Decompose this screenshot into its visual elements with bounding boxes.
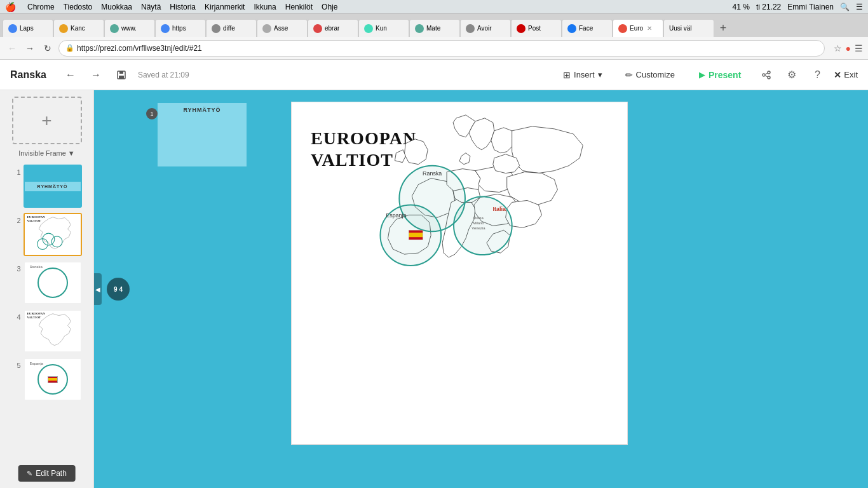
frame-type-chevron-icon: ▼	[68, 149, 75, 157]
svg-text:Espanja: Espanja	[386, 212, 406, 219]
tab-asse[interactable]: Asse	[257, 19, 308, 37]
tab-post[interactable]: Post	[511, 19, 562, 37]
menu-icon[interactable]: ☰	[855, 43, 863, 53]
tab-laps[interactable]: Laps	[3, 19, 53, 37]
insert-button[interactable]: ⊞ Insert ▾	[555, 66, 610, 84]
svg-text:Ranska: Ranska	[423, 170, 442, 177]
tab-mate[interactable]: Mate	[409, 19, 460, 37]
slide-thumbnail-4[interactable]: EUROOPANVALTIOT	[24, 309, 82, 353]
time-area: 41 % ti 21.22 Emmi Tiainen 🔍 ☰	[733, 3, 863, 11]
chrome-addressbar: ← → ↻ 🔒 https://prezi.com/vrfllwse3tnj/e…	[0, 37, 868, 60]
svg-text:Roma: Roma	[473, 216, 484, 220]
list-icon[interactable]: ☰	[856, 3, 863, 11]
svg-rect-16	[409, 230, 423, 233]
menu-kirjanmerkit[interactable]: Kirjanmerkit	[205, 3, 245, 11]
tab-label: www.	[121, 25, 137, 32]
forward-button[interactable]: →	[23, 41, 37, 55]
svg-point-3	[768, 71, 770, 74]
tab-face1[interactable]: Face	[562, 19, 613, 37]
frame-type-label: Invisible Frame ▼	[18, 149, 74, 157]
zoom-indicator: 9 4	[107, 278, 130, 301]
canvas-area[interactable]: ◀ 9 4 1 RYHMÄTYÖ EUROOPAN VALTIOT	[94, 90, 868, 488]
tab-avoir[interactable]: Avoir	[460, 19, 511, 37]
menu-historia[interactable]: Historia	[170, 3, 196, 11]
slide-thumbnail-5[interactable]: Espanja	[24, 358, 82, 401]
menu-nayta[interactable]: Näytä	[141, 3, 161, 11]
new-tab-button[interactable]: +	[714, 19, 732, 37]
menu-ohje[interactable]: Ohje	[322, 3, 337, 11]
share-button[interactable]	[757, 66, 775, 84]
tab-kanc[interactable]: Kanc	[53, 19, 104, 37]
tab-euro-active[interactable]: Euro ✕	[613, 19, 663, 37]
slide-item-2[interactable]: 2 EUROOPANVALTIOT	[12, 213, 82, 256]
tab-label: Mate	[426, 25, 440, 32]
svg-rect-1	[119, 71, 123, 74]
slide-thumbnail-1[interactable]: RYHMÄTYÖ	[24, 165, 82, 208]
slide-item-3[interactable]: 3 Ranska	[12, 261, 82, 304]
tab-label: Kanc	[71, 25, 85, 32]
menu-chrome[interactable]: Chrome	[27, 3, 55, 11]
menu-henkilot[interactable]: Henkilöt	[285, 3, 313, 11]
redo-button[interactable]: →	[87, 66, 105, 84]
slide-thumbnail-2[interactable]: EUROOPANVALTIOT	[24, 213, 82, 256]
star-icon[interactable]: ☆	[834, 43, 842, 53]
collapse-handle[interactable]: ◀	[94, 273, 102, 305]
slide-thumbnail-3[interactable]: Ranska	[24, 261, 82, 304]
slide-item-1[interactable]: 1 RYHMÄTYÖ	[12, 165, 82, 208]
main-layout: + Invisible Frame ▼ 1 RYHMÄTYÖ 2 EUROOPA…	[0, 90, 868, 488]
apple-icon[interactable]: 🍎	[5, 2, 16, 12]
customize-button[interactable]: ✏ Customize	[618, 66, 682, 84]
settings-button[interactable]: ⚙	[783, 66, 801, 84]
edit-path-button[interactable]: ✎ Edit Path	[18, 465, 76, 482]
search-icon[interactable]: 🔍	[840, 3, 850, 11]
save-button[interactable]	[112, 66, 130, 84]
tab-www[interactable]: www.	[104, 19, 155, 37]
zoom-level: 9 4	[114, 286, 123, 293]
prezi-icon[interactable]: ●	[846, 43, 851, 53]
tab-https[interactable]: https	[155, 19, 206, 37]
present-label: Present	[709, 70, 741, 80]
menu-muokkaa[interactable]: Muokkaa	[101, 3, 132, 11]
slide-item-5[interactable]: 5 Espanja	[12, 358, 82, 401]
sidebar: + Invisible Frame ▼ 1 RYHMÄTYÖ 2 EUROOPA…	[0, 90, 94, 488]
canvas-frame-item[interactable]: 1 RYHMÄTYÖ	[158, 103, 247, 166]
slide-number-2: 2	[12, 217, 21, 224]
svg-point-4	[763, 74, 765, 76]
exit-x-icon: ✕	[834, 70, 841, 80]
help-button[interactable]: ?	[808, 66, 826, 84]
tab-icon	[618, 24, 627, 33]
present-button[interactable]: ▶ Present	[690, 66, 750, 84]
username: Emmi Tiainen	[787, 3, 834, 11]
tab-new[interactable]: Uusi väl	[663, 19, 714, 37]
reload-button[interactable]: ↻	[41, 41, 55, 55]
url-text: https://prezi.com/vrfllwse3tnj/edit/#21	[77, 44, 818, 53]
tab-label: Euro	[630, 25, 643, 32]
tab-icon	[567, 24, 576, 33]
insert-chevron-icon: ▾	[598, 70, 602, 79]
svg-text:Milano: Milano	[473, 221, 484, 225]
tab-icon	[110, 24, 119, 33]
tab-label: diffe	[223, 25, 235, 32]
tab-close-icon[interactable]: ✕	[647, 25, 652, 32]
lock-icon: 🔒	[65, 44, 74, 52]
menu-tiedosto[interactable]: Tiedosto	[64, 3, 93, 11]
address-bar[interactable]: 🔒 https://prezi.com/vrfllwse3tnj/edit/#2…	[58, 40, 825, 57]
address-right-icons: ☆ ● ☰	[834, 43, 863, 53]
add-slide-button[interactable]: +	[12, 97, 82, 144]
tab-label: Kun	[376, 25, 387, 32]
slide-item-4[interactable]: 4 EUROOPANVALTIOT	[12, 309, 82, 353]
back-button[interactable]: ←	[5, 41, 19, 55]
collapse-icon: ◀	[95, 286, 100, 293]
tab-ebrar[interactable]: ebrar	[308, 19, 358, 37]
frame-number-badge: 1	[146, 108, 158, 119]
tab-icon	[364, 24, 373, 33]
tab-icon	[517, 24, 526, 33]
tab-diffe[interactable]: diffe	[206, 19, 257, 37]
exit-button[interactable]: ✕ Exit	[834, 70, 858, 80]
undo-button[interactable]: ←	[62, 66, 79, 84]
saved-status: Saved at 21:09	[138, 71, 189, 79]
tab-label: Avoir	[477, 25, 492, 32]
tab-kun[interactable]: Kun	[358, 19, 409, 37]
menu-ikkuna[interactable]: Ikkuna	[254, 3, 276, 11]
tab-icon	[212, 24, 220, 33]
